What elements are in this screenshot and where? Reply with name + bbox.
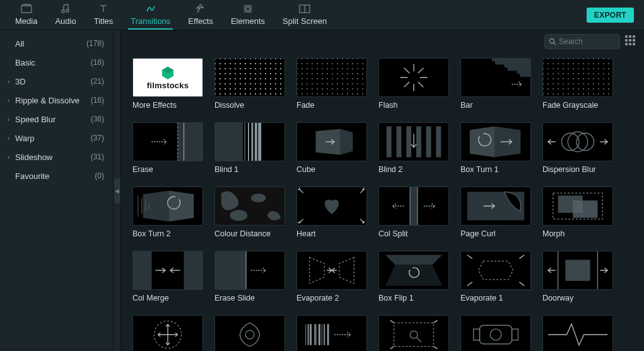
transition-thumbnail — [296, 122, 367, 161]
transition-card[interactable] — [378, 315, 449, 351]
transition-thumbnail: filmstocks — [132, 58, 203, 97]
transition-thumbnail — [214, 251, 285, 290]
svg-rect-36 — [426, 126, 431, 157]
transition-label: Colour Distance — [214, 229, 285, 238]
tab-elements[interactable]: Elements — [222, 1, 274, 30]
svg-point-40 — [568, 132, 587, 151]
transition-label: Doorway — [542, 294, 613, 302]
transition-card[interactable]: Doorway — [542, 251, 613, 302]
transition-card[interactable]: Dispersion Blur — [542, 122, 613, 174]
transition-label: Morph — [542, 229, 613, 238]
transition-card[interactable]: Erase — [132, 122, 203, 174]
tab-label: Transitions — [131, 16, 170, 26]
transitions-scroll[interactable]: filmstocksMore EffectsDissolveFadeFlashB… — [121, 53, 644, 351]
grid-view-button[interactable] — [625, 35, 638, 48]
transition-thumbnail — [214, 58, 285, 97]
search-field[interactable] — [544, 34, 620, 49]
transition-card[interactable]: Dissolve — [214, 58, 285, 110]
svg-marker-44 — [143, 190, 169, 221]
transition-card[interactable]: Morph — [542, 187, 613, 238]
sidebar-item-ripple-dissolve[interactable]: ›Ripple & Dissolve(16) — [0, 91, 113, 110]
transition-label: Col Split — [378, 229, 449, 238]
transition-card[interactable]: Heart — [296, 187, 367, 238]
transition-label: Flash — [378, 101, 449, 110]
transition-thumbnail — [132, 315, 203, 351]
svg-line-16 — [404, 68, 409, 73]
svg-line-71 — [519, 282, 524, 286]
svg-rect-86 — [394, 323, 434, 346]
tab-media[interactable]: Media — [6, 1, 46, 30]
transition-card[interactable] — [132, 315, 203, 351]
transition-card[interactable]: Box Turn 1 — [460, 122, 531, 174]
sidebar-item-favourite[interactable]: Favourite(0) — [0, 166, 113, 185]
effects-icon — [196, 3, 206, 14]
transition-card[interactable] — [542, 315, 613, 351]
transition-card[interactable] — [460, 315, 531, 351]
tab-label: Effects — [188, 16, 213, 26]
transition-card[interactable]: Cube — [296, 122, 367, 174]
tab-audio[interactable]: Audio — [46, 1, 85, 30]
search-input[interactable] — [559, 37, 616, 46]
sidebar-item-slideshow[interactable]: ›Slideshow(31) — [0, 147, 113, 166]
svg-rect-21 — [178, 123, 202, 161]
transition-card[interactable]: Fade — [296, 58, 367, 110]
transition-card[interactable]: filmstocksMore Effects — [132, 58, 203, 110]
chevron-right-icon: › — [8, 116, 14, 123]
svg-marker-31 — [341, 129, 353, 154]
transition-card[interactable]: Fade Grayscale — [542, 58, 613, 110]
svg-rect-59 — [133, 251, 151, 290]
transition-thumbnail — [542, 187, 613, 226]
svg-rect-32 — [387, 126, 392, 157]
sidebar-item-3d[interactable]: ›3D(21) — [0, 72, 113, 91]
svg-rect-52 — [410, 187, 418, 226]
sidebar-item-count: (0) — [95, 171, 104, 180]
svg-marker-43 — [169, 190, 194, 221]
sidebar-item-speed-blur[interactable]: ›Speed Blur(36) — [0, 110, 113, 129]
transition-card[interactable]: Erase Slide — [214, 251, 285, 302]
transition-card[interactable]: Colour Distance — [214, 187, 285, 238]
sidebar-item-count: (18) — [91, 58, 104, 67]
svg-point-7 — [550, 39, 554, 43]
tab-transitions[interactable]: Transitions — [122, 1, 179, 30]
svg-marker-65 — [385, 255, 442, 265]
sidebar-item-all[interactable]: All(178) — [0, 34, 113, 53]
main-panel: filmstocksMore EffectsDissolveFadeFlashB… — [121, 30, 644, 351]
svg-line-14 — [404, 82, 409, 87]
export-button[interactable]: EXPORT — [587, 8, 634, 23]
svg-marker-63 — [310, 257, 325, 283]
transition-label: Box Turn 1 — [460, 165, 531, 174]
transition-label: Heart — [296, 229, 367, 238]
tab-titles[interactable]: Titles — [85, 1, 122, 30]
sidebar-item-warp[interactable]: ›Warp(37) — [0, 129, 113, 147]
transition-card[interactable]: Flash — [378, 58, 449, 110]
transition-card[interactable]: Col Split — [378, 187, 449, 238]
transition-card[interactable]: Evaporate 1 — [460, 251, 531, 302]
transition-card[interactable]: Col Merge — [132, 251, 203, 302]
transition-card[interactable]: Page Curl — [460, 187, 531, 238]
splitscreen-icon — [299, 3, 310, 14]
svg-rect-37 — [436, 126, 441, 157]
transition-thumbnail — [132, 187, 203, 226]
titles-icon — [98, 3, 108, 14]
tab-effects[interactable]: Effects — [179, 1, 222, 30]
transition-card[interactable]: Blind 1 — [214, 122, 285, 174]
transition-thumbnail — [542, 251, 613, 290]
transition-card[interactable]: Box Flip 1 — [378, 251, 449, 302]
sidebar-item-count: (37) — [91, 134, 104, 142]
transition-label: Col Merge — [132, 294, 203, 302]
chevron-right-icon: › — [8, 154, 14, 161]
chevron-right-icon: › — [8, 78, 14, 85]
svg-rect-60 — [184, 251, 202, 290]
transition-card[interactable] — [214, 315, 285, 351]
transition-card[interactable]: Bar — [460, 58, 531, 110]
transition-card[interactable]: Evaporate 2 — [296, 251, 367, 302]
transition-thumbnail — [378, 187, 449, 226]
tab-splitscreen[interactable]: Split Screen — [274, 1, 336, 30]
sidebar-item-basic[interactable]: Basic(18) — [0, 53, 113, 72]
transition-thumbnail — [296, 58, 367, 97]
svg-marker-64 — [339, 257, 354, 283]
transition-card[interactable]: Blind 2 — [378, 122, 449, 174]
transition-card[interactable] — [296, 315, 367, 351]
collapse-handle[interactable]: ◀ — [114, 30, 121, 351]
transition-card[interactable]: Box Turn 2 — [132, 187, 203, 238]
